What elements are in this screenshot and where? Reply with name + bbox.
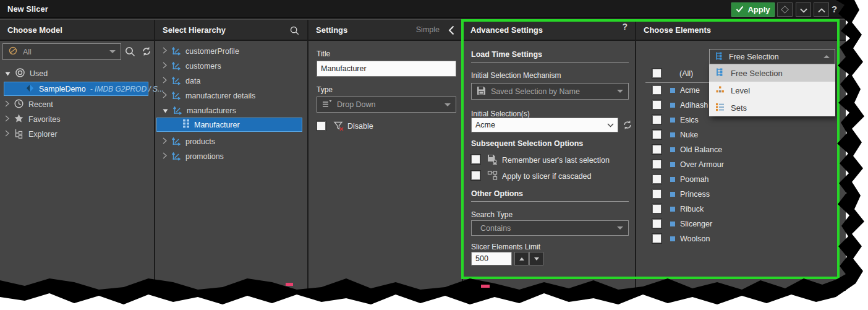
element-color-chip (670, 88, 675, 93)
chevron-left-icon[interactable] (448, 25, 454, 38)
refresh-icon[interactable] (141, 46, 152, 59)
hierarchy-label: manufacturers (187, 106, 236, 115)
hierarchy-item[interactable]: customerProfile (163, 45, 239, 58)
tree-item-explorer[interactable]: Explorer (5, 127, 57, 141)
used-label: Used (30, 69, 48, 78)
cascade-checkbox[interactable] (471, 171, 480, 180)
tree-item-favorites[interactable]: Favorites (5, 113, 60, 126)
apply-button[interactable]: Apply (731, 2, 775, 17)
element-checkbox[interactable] (652, 174, 662, 184)
select-all-label: (All) (679, 69, 693, 78)
hierarchy-item[interactable]: customers (163, 59, 221, 73)
model-filter-dropdown[interactable]: All (2, 43, 121, 60)
option-label: Level (731, 86, 750, 95)
option-label: Sets (731, 103, 747, 113)
choose-model-body: All (0, 41, 154, 290)
expander-expanded-icon[interactable] (163, 106, 168, 115)
expander-collapsed-icon[interactable] (163, 92, 167, 100)
hierarchy-item-expanded[interactable]: manufacturers (163, 104, 236, 118)
title-input-value: Manufacturer (321, 64, 367, 73)
help-icon[interactable]: ? (622, 22, 628, 32)
diamond-icon (781, 6, 789, 14)
element-checkbox[interactable] (652, 189, 662, 199)
element-checkbox[interactable] (652, 85, 662, 95)
apply-button-label: Apply (747, 5, 770, 14)
tree-item-sampledemo-selected[interactable]: SampleDemo - IMDB G2PROD / S... (4, 82, 148, 96)
search-icon[interactable] (289, 25, 300, 38)
dimension-axis-icon (172, 105, 182, 117)
favorites-label: Favorites (28, 115, 60, 124)
element-checkbox[interactable] (652, 115, 662, 124)
settings-mode-label: Simple (416, 25, 440, 34)
hierarchy-item[interactable]: data (163, 74, 200, 88)
remember-label: Remember user's last selection (502, 156, 610, 165)
disable-label: Disable (347, 122, 373, 131)
selection-mode-value: Free Selection (729, 53, 819, 61)
hierarchy-item[interactable]: manufacturer details (163, 89, 255, 103)
expander-collapsed-icon[interactable] (163, 47, 167, 56)
option-label: Free Selection (731, 69, 783, 78)
disable-checkbox[interactable] (317, 121, 326, 131)
subsequent-section-title: Subsequent Selection Options (471, 139, 583, 148)
selection-mode-dropdown[interactable]: Free Selection (709, 49, 835, 64)
limit-input[interactable]: 500 (471, 252, 512, 265)
option-sets[interactable]: Sets (709, 99, 835, 116)
discard-button[interactable] (777, 2, 793, 17)
search-icon[interactable] (124, 46, 136, 60)
element-checkbox[interactable] (652, 100, 662, 110)
title-input[interactable]: Manufacturer (317, 61, 456, 77)
hierarchy-item[interactable]: promotions (163, 150, 224, 163)
expander-collapsed-icon[interactable] (163, 152, 167, 161)
mechanism-label: Initial Selection Mechanism (471, 71, 561, 80)
element-label: Over Armour (680, 160, 724, 169)
refresh-icon[interactable] (622, 119, 633, 133)
free-selection-icon (715, 51, 724, 62)
element-checkbox[interactable] (652, 160, 662, 169)
element-color-chip (670, 236, 675, 241)
model-diamond-icon (25, 84, 35, 95)
hierarchy-child-manufacturer-selected[interactable]: Manufacturer (156, 118, 302, 132)
select-all-checkbox[interactable] (652, 69, 662, 78)
element-checkbox[interactable] (652, 204, 662, 213)
hierarchy-item[interactable]: products (163, 135, 215, 149)
expander-collapsed-icon[interactable] (163, 137, 167, 146)
element-label: Poomah (680, 175, 709, 184)
initial-selections-combobox[interactable]: Acme (471, 118, 618, 132)
expander-collapsed-icon[interactable] (163, 77, 167, 85)
element-checkbox[interactable] (652, 145, 662, 154)
settings-body: Title Manufacturer Type Drop Down (308, 41, 462, 290)
search-type-dropdown[interactable]: Contains (471, 220, 629, 236)
limit-decrement-button[interactable] (529, 252, 543, 265)
expand-panel-button[interactable] (814, 2, 829, 17)
dimension-axis-icon (171, 61, 181, 72)
tree-item-recent[interactable]: Recent (5, 98, 53, 111)
dropdown-list-icon (322, 100, 332, 110)
element-label: Slicenger (680, 220, 712, 228)
element-checkbox[interactable] (652, 130, 662, 139)
limit-increment-button[interactable] (514, 252, 529, 265)
element-checkbox[interactable] (652, 234, 662, 243)
dimension-axis-icon (171, 90, 181, 102)
option-level[interactable]: Level (709, 82, 835, 99)
option-free-selection[interactable]: Free Selection (709, 64, 835, 82)
expander-collapsed-icon[interactable] (5, 130, 9, 139)
help-icon[interactable]: ? (832, 4, 837, 14)
initial-selections-label: Initial Selection(s) (471, 110, 530, 118)
element-checkbox[interactable] (652, 219, 662, 228)
choose-model-panel: Choose Model All (0, 20, 155, 291)
limit-value: 500 (475, 254, 488, 263)
expander-collapsed-icon[interactable] (163, 62, 167, 71)
collapse-panel-button[interactable] (796, 2, 811, 17)
grid-icon (183, 119, 190, 130)
tree-item-used[interactable]: Used (5, 67, 48, 80)
combo-chevron-icon[interactable] (607, 121, 614, 129)
type-dropdown[interactable]: Drop Down (317, 97, 456, 113)
hierarchy-label: promotions (185, 152, 224, 161)
element-color-chip (670, 132, 675, 137)
expander-collapsed-icon[interactable] (5, 115, 9, 124)
remember-checkbox[interactable] (471, 155, 480, 164)
screenshot-canvas: New Slicer Apply ? (0, 0, 868, 310)
mechanism-dropdown[interactable]: Saved Selection by Name (471, 83, 629, 100)
expander-expanded-icon[interactable] (5, 69, 11, 78)
expander-collapsed-icon[interactable] (5, 100, 9, 109)
